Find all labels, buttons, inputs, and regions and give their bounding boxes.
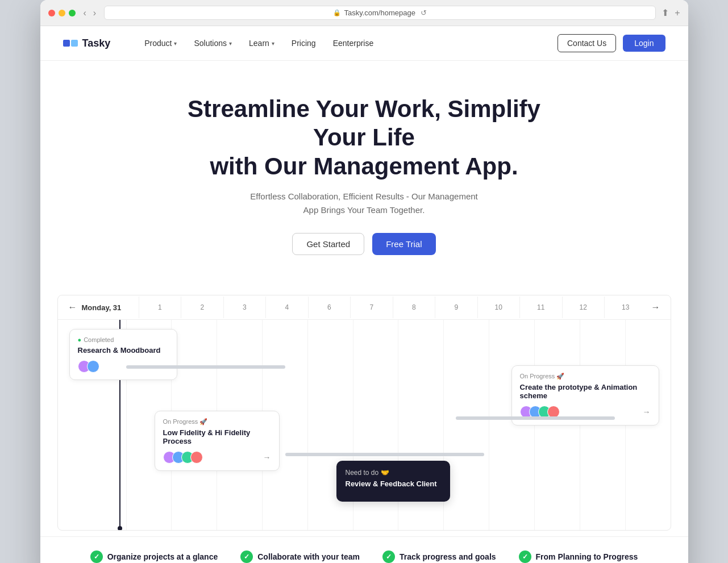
task-3-title: Create the prototype & Animation scheme [520, 383, 651, 400]
task-card-review[interactable]: Need to do 🤝 Review & Feedback Client [336, 461, 450, 502]
gantt-col-3: 3 [223, 297, 266, 318]
logo-square-2 [71, 40, 78, 47]
gantt-col-2: 2 [181, 297, 223, 318]
task-1-status: ● Completed [78, 336, 169, 343]
feature-1-label: Organize projects at a glance [107, 552, 218, 561]
gantt-col-7: 8 [393, 297, 435, 318]
forward-button[interactable]: › [91, 7, 98, 19]
feature-1-check-icon: ✓ [90, 551, 103, 563]
hero-title-line1: Streamline Your Work, Simplify Your Life [188, 95, 540, 151]
lock-icon: 🔒 [333, 9, 341, 16]
logo-square-1 [63, 40, 70, 47]
maximize-button[interactable] [69, 10, 76, 16]
task-1-bar [126, 365, 285, 369]
gantt-col-9: 10 [477, 297, 520, 318]
gantt-grid-col-8 [443, 320, 489, 530]
gantt-body: ● Completed Research & Moodboard → [58, 320, 671, 530]
get-started-button[interactable]: Get Started [292, 233, 364, 255]
gantt-wrapper: ← Monday, 31 1 2 3 4 6 7 8 9 10 11 12 [40, 295, 688, 531]
gantt-col-1: 1 [139, 297, 181, 318]
task-2-bar [285, 453, 484, 456]
task-2-avatars [163, 451, 199, 464]
task-3-arrow[interactable]: → [643, 407, 651, 416]
gantt-col-11: 12 [562, 297, 605, 318]
share-button[interactable]: ⬆ [662, 7, 669, 18]
new-tab-button[interactable]: + [675, 7, 680, 18]
nav-learn[interactable]: Learn ▾ [249, 39, 274, 48]
gantt-col-12: 13 [604, 297, 647, 318]
logo[interactable]: Tasky [63, 37, 111, 49]
nav-pricing[interactable]: Pricing [292, 39, 316, 48]
feature-4-check-icon: ✓ [519, 551, 531, 563]
browser-chrome: ‹ › 🔒 Tasky.com/homepage ↺ ⬆ + [40, 0, 688, 26]
url-text: Tasky.com/homepage [344, 9, 415, 17]
feature-3-check-icon: ✓ [382, 551, 395, 563]
login-button[interactable]: Login [623, 35, 665, 52]
chevron-down-icon: ▾ [272, 40, 274, 47]
hero-title: Streamline Your Work, Simplify Your Life… [165, 95, 563, 181]
task-1-title: Research & Moodboard [78, 346, 169, 355]
traffic-lights [48, 10, 76, 16]
nav-product[interactable]: Product ▾ [144, 39, 177, 48]
task-4-status: Need to do 🤝 [346, 469, 441, 477]
task-1-avatars [78, 360, 96, 373]
feature-3: ✓ Track progress and goals [382, 551, 496, 563]
browser-actions: ⬆ + [662, 7, 680, 18]
hero-section: Streamline Your Work, Simplify Your Life… [40, 61, 688, 295]
feature-2: ✓ Collaborate with your team [240, 551, 360, 563]
gantt-header: ← Monday, 31 1 2 3 4 6 7 8 9 10 11 12 [58, 295, 671, 320]
free-trial-button[interactable]: Free Trial [372, 233, 435, 255]
hero-buttons: Get Started Free Trial [63, 233, 665, 255]
reload-icon[interactable]: ↺ [421, 9, 427, 17]
close-button[interactable] [48, 10, 55, 16]
task-2-arrow[interactable]: → [263, 453, 271, 462]
gantt-next-button[interactable]: → [647, 295, 665, 319]
feature-3-label: Track progress and goals [400, 552, 496, 561]
task-3-bar [456, 416, 615, 420]
hero-title-line2: with Our Management App. [210, 153, 518, 180]
nav-solutions[interactable]: Solutions ▾ [194, 39, 232, 48]
gantt-current-date: Monday, 31 [82, 303, 139, 312]
nav-learn-label: Learn [249, 39, 269, 48]
logo-icon [63, 40, 78, 47]
task-card-research[interactable]: ● Completed Research & Moodboard → [69, 329, 177, 380]
feature-4-label: From Planning to Progress [536, 552, 638, 561]
nav-links: Product ▾ Solutions ▾ Learn ▾ Pricing Ee… [144, 39, 558, 48]
contact-us-button[interactable]: Contact Us [558, 34, 616, 52]
feature-2-check-icon: ✓ [240, 551, 253, 563]
nav-enterprise-label: Eenterprise [333, 39, 374, 48]
address-bar[interactable]: 🔒 Tasky.com/homepage ↺ [104, 6, 656, 20]
site-content: Tasky Product ▾ Solutions ▾ Learn ▾ Pric… [40, 26, 688, 563]
features-section: ✓ Organize projects at a glance ✓ Collab… [40, 536, 688, 563]
gantt-col-6: 7 [350, 297, 393, 318]
gantt-col-10: 11 [519, 297, 562, 318]
gantt-col-5: 6 [308, 297, 351, 318]
task-2-status: On Progress 🚀 [163, 418, 271, 426]
gantt-prev-button[interactable]: ← [64, 295, 82, 319]
completed-check-icon: ● [78, 336, 82, 343]
back-button[interactable]: ‹ [81, 7, 89, 19]
nav-enterprise[interactable]: Eenterprise [333, 39, 374, 48]
timeline-dot [118, 526, 122, 531]
gantt-column-headers: 1 2 3 4 6 7 8 9 10 11 12 13 [139, 297, 647, 318]
task-4-title: Review & Feedback Client [346, 479, 441, 488]
gantt-col-8: 9 [435, 297, 477, 318]
chevron-down-icon: ▾ [229, 40, 232, 47]
gantt-container: ← Monday, 31 1 2 3 4 6 7 8 9 10 11 12 [57, 295, 671, 531]
navbar: Tasky Product ▾ Solutions ▾ Learn ▾ Pric… [40, 26, 688, 61]
nav-actions: Contact Us Login [558, 34, 665, 52]
feature-1: ✓ Organize projects at a glance [90, 551, 218, 563]
browser-window: ‹ › 🔒 Tasky.com/homepage ↺ ⬆ + Tasky [40, 0, 688, 563]
feature-4: ✓ From Planning to Progress [519, 551, 638, 563]
avatar [87, 360, 99, 373]
nav-solutions-label: Solutions [194, 39, 227, 48]
avatar [190, 451, 203, 464]
task-3-status: On Progress 🚀 [520, 373, 651, 380]
gantt-col-4: 4 [265, 297, 308, 318]
nav-product-label: Product [144, 39, 172, 48]
task-2-title: Low Fidelity & Hi Fidelity Process [163, 428, 271, 445]
task-2-footer: → [163, 451, 271, 464]
minimize-button[interactable] [59, 10, 65, 16]
browser-nav-arrows: ‹ › [81, 7, 99, 19]
task-card-lofi[interactable]: On Progress 🚀 Low Fidelity & Hi Fidelity… [155, 411, 280, 471]
